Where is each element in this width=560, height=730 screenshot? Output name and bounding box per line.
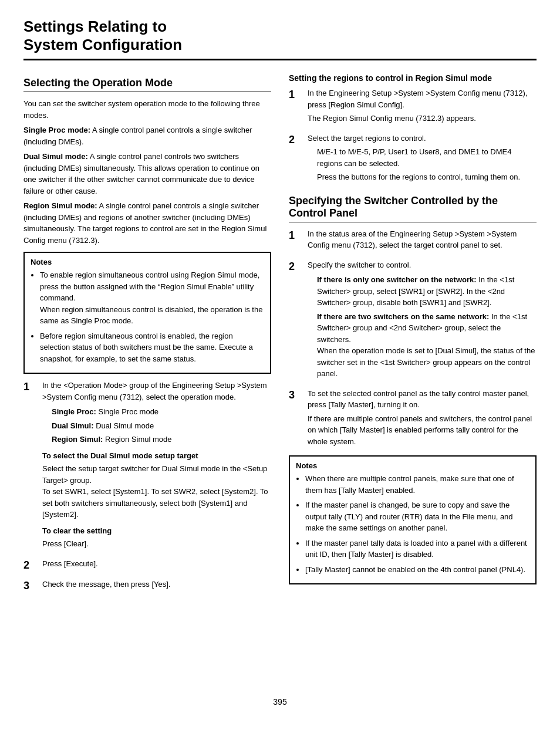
right-step2: 2 Select the target regions to control. …	[289, 133, 537, 185]
left-step2-number: 2	[23, 558, 40, 573]
left-notes-list: To enable region simultaneous control us…	[31, 269, 264, 364]
right-note-item-1: When there are multiple control panels, …	[305, 473, 529, 496]
page-footer: 395	[23, 697, 537, 707]
right-step2-content: Select the target regions to control. M/…	[308, 133, 537, 185]
right-notes-label: Notes	[296, 461, 529, 470]
right-subsection1-title: Setting the regions to control in Region…	[289, 73, 537, 83]
right-step2-number: 2	[289, 133, 305, 147]
right-s2-step1: 1 In the status area of the Engineering …	[289, 228, 537, 254]
right-section2-title: Specifying the Switcher Controlled by th…	[289, 195, 537, 222]
to-select-text: Select the setup target switcher for Dua…	[42, 463, 271, 521]
right-note-item-2: If the master panel is changed, be sure …	[305, 499, 529, 534]
section-operation-mode-title: Selecting the Operation Mode	[23, 77, 271, 92]
to-clear-label: To clear the setting	[42, 525, 271, 537]
mode-dual-simul: Dual Simul mode: A single control panel …	[23, 151, 271, 197]
left-step1-content: In the <Operation Mode> group of the Eng…	[42, 380, 271, 552]
right-notes-list: When there are multiple control panels, …	[296, 473, 529, 575]
right-column: Setting the regions to control in Region…	[289, 67, 537, 685]
right-s2-step2-number: 2	[289, 259, 305, 274]
right-notes-box: Notes When there are multiple control pa…	[289, 455, 537, 584]
to-select-label: To select the Dual Simul mode setup targ…	[42, 450, 271, 462]
right-s2-step1-number: 1	[289, 228, 305, 243]
right-step1-content: In the Engineering Setup >System >System…	[308, 87, 537, 127]
right-note-item-4: [Tally Master] cannot be enabled on the …	[305, 564, 529, 576]
right-s2-step1-content: In the status area of the Engineering Se…	[308, 228, 537, 254]
page-title: Settings Relating to System Configuratio…	[23, 18, 537, 60]
right-note-item-3: If the master panel tally data is loaded…	[305, 538, 529, 560]
right-s2-step3-content: To set the selected control panel as the…	[308, 388, 537, 450]
left-step2: 2 Press [Execute].	[23, 558, 271, 573]
right-s2-step2-content: Specify the switcher to control. If ther…	[308, 259, 537, 382]
right-step1: 1 In the Engineering Setup >System >Syst…	[289, 87, 537, 127]
to-clear-text: Press [Clear].	[42, 538, 271, 550]
page: Settings Relating to System Configuratio…	[0, 0, 560, 730]
left-step3: 3 Check the message, then press [Yes].	[23, 579, 271, 593]
mode-single-proc: Single Proc mode: A single control panel…	[23, 124, 271, 147]
left-note-item-2: Before region simultaneous control is en…	[40, 330, 264, 365]
left-step1: 1 In the <Operation Mode> group of the E…	[23, 380, 271, 552]
left-step2-content: Press [Execute].	[42, 558, 271, 572]
right-s2-step3-number: 3	[289, 388, 305, 403]
left-step1-number: 1	[23, 380, 40, 394]
left-notes-label: Notes	[31, 258, 264, 266]
right-step1-number: 1	[289, 87, 305, 102]
left-notes-box: Notes To enable region simultaneous cont…	[23, 252, 271, 374]
left-column: Selecting the Operation Mode You can set…	[23, 67, 271, 685]
section1-intro: You can set the switcher system operatio…	[23, 98, 271, 121]
left-step3-content: Check the message, then press [Yes].	[42, 579, 271, 593]
left-step3-number: 3	[23, 579, 40, 593]
right-s2-step2: 2 Specify the switcher to control. If th…	[289, 259, 537, 382]
page-number: 395	[273, 697, 286, 707]
right-s2-step3: 3 To set the selected control panel as t…	[289, 388, 537, 450]
mode-region-simul: Region Simul mode: A single control pane…	[23, 200, 271, 246]
left-note-item-1: To enable region simultaneous control us…	[40, 269, 264, 327]
